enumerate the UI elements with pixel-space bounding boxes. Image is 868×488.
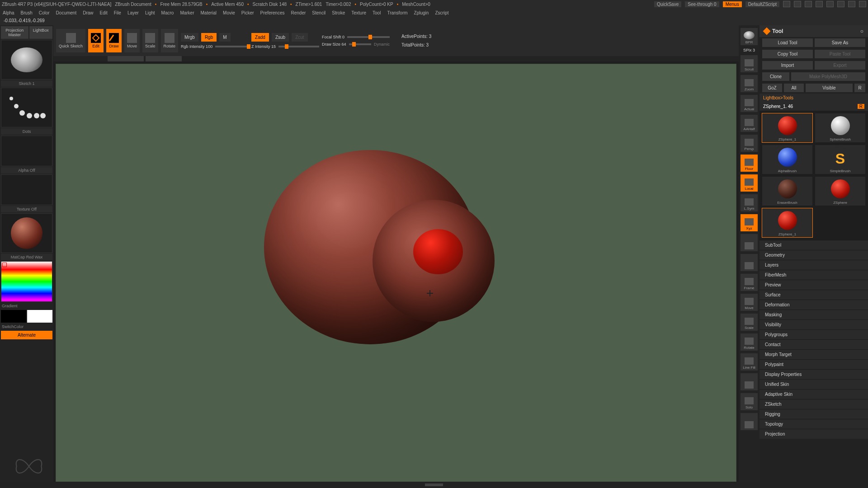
menu-stencil[interactable]: Stencil	[312, 10, 326, 15]
bpr-button[interactable]: BPR	[741, 28, 758, 45]
section-rigging[interactable]: Rigging	[760, 409, 868, 419]
section-display-properties[interactable]: Display Properties	[760, 369, 868, 379]
doc-tab[interactable]	[146, 56, 182, 61]
menu-marker[interactable]: Marker	[180, 10, 194, 15]
import-button[interactable]: Import	[762, 61, 813, 70]
view-aahalf-button[interactable]: AAHalf	[741, 115, 758, 132]
section-masking[interactable]: Masking	[760, 310, 868, 319]
alpha-thumb[interactable]	[1, 136, 52, 166]
section-contact[interactable]: Contact	[760, 339, 868, 349]
sketch-thumb[interactable]	[1, 40, 52, 80]
menu-draw[interactable]: Draw	[83, 10, 93, 15]
zadd-toggle[interactable]: Zadd	[251, 33, 269, 42]
goz-r-button[interactable]: R	[854, 84, 865, 92]
view-persp-button[interactable]: Persp	[741, 135, 758, 152]
lightbox-button[interactable]: LightBox	[29, 26, 52, 39]
menu-macro[interactable]: Macro	[161, 10, 174, 15]
section-visibility[interactable]: Visibility	[760, 319, 868, 329]
view-xyz-button[interactable]: Xyz	[741, 214, 758, 231]
z-intensity-slider[interactable]	[278, 46, 319, 47]
mrgb-toggle[interactable]: Mrgb	[181, 33, 198, 42]
section-polypaint[interactable]: Polypaint	[760, 359, 868, 369]
draw-mode-button[interactable]: Draw	[106, 29, 122, 52]
tool-thumb-alphabrush[interactable]: AlphaBrush	[762, 145, 812, 174]
alternate-button[interactable]: Alternate	[1, 331, 52, 339]
spix-readout[interactable]: SPix 3	[743, 48, 755, 52]
zsub-toggle[interactable]: Zsub	[272, 33, 289, 42]
menu-light[interactable]: Light	[145, 10, 155, 15]
color-picker[interactable]	[1, 261, 52, 302]
menu-stroke[interactable]: Stroke	[332, 10, 345, 15]
menu-picker[interactable]: Picker	[241, 10, 254, 15]
menu-brush[interactable]: Brush	[21, 10, 33, 15]
zsphere-tip[interactable]	[413, 229, 463, 274]
section-unified-skin[interactable]: Unified Skin	[760, 379, 868, 389]
move-mode-button[interactable]: Move	[124, 29, 140, 52]
view-blank-button[interactable]	[741, 254, 758, 271]
quick-sketch-button[interactable]: Quick Sketch	[56, 29, 85, 52]
focal-shift-slider[interactable]	[347, 36, 390, 38]
window-icon[interactable]	[783, 1, 790, 7]
tool-panel-header[interactable]: Tool ○	[760, 25, 868, 37]
default-zscript[interactable]: DefaultZScript	[745, 1, 779, 7]
seethrough-slider[interactable]: See-through 0	[685, 1, 719, 7]
texture-thumb[interactable]	[1, 174, 52, 205]
view-floor-button[interactable]: Floor	[741, 155, 758, 172]
section-zsketch[interactable]: ZSketch	[760, 399, 868, 409]
window-icon[interactable]	[805, 1, 812, 7]
section-surface[interactable]: Surface	[760, 290, 868, 300]
clone-button[interactable]: Clone	[762, 72, 789, 81]
dynamic-toggle[interactable]: Dynamic	[374, 42, 390, 47]
material-thumb[interactable]	[1, 213, 52, 253]
menu-document[interactable]: Document	[56, 10, 77, 15]
secondary-color-swatch[interactable]	[1, 310, 26, 323]
make-polymesh-button[interactable]: Make PolyMesh3D	[791, 72, 865, 81]
view-frame-button[interactable]: Frame	[741, 274, 758, 291]
maximize-icon[interactable]	[848, 1, 855, 7]
menu-tool[interactable]: Tool	[373, 10, 381, 15]
view-scroll-button[interactable]: Scroll	[741, 55, 758, 72]
menu-preferences[interactable]: Preferences	[260, 10, 285, 15]
viewport[interactable]	[56, 64, 736, 485]
tool-thumb-zsphere_1[interactable]: ZSphere_1	[762, 113, 812, 142]
view-scale-button[interactable]: Scale	[741, 314, 758, 331]
menu-zscript[interactable]: Zscript	[435, 10, 448, 15]
rgb-toggle[interactable]: Rgb	[201, 33, 217, 42]
tool-thumb-zsphere[interactable]: ZSphere	[815, 177, 865, 206]
m-toggle[interactable]: M	[219, 33, 230, 42]
panel-close-icon[interactable]: ○	[860, 28, 863, 34]
goz-all-button[interactable]: All	[784, 84, 804, 92]
goz-button[interactable]: GoZ	[762, 84, 782, 92]
quicksave-button[interactable]: QuickSave	[654, 1, 681, 7]
view-zoom-button[interactable]: Zoom	[741, 75, 758, 92]
minimize-icon[interactable]	[837, 1, 844, 7]
tool-thumb-spherebrush[interactable]: SphereBrush	[815, 113, 865, 142]
menu-material[interactable]: Material	[201, 10, 217, 15]
paste-tool-button[interactable]: Paste Tool	[815, 50, 865, 58]
zcut-toggle[interactable]: Zcut	[292, 33, 307, 42]
close-icon[interactable]	[859, 1, 866, 7]
view-blank-button[interactable]	[741, 234, 758, 251]
section-deformation[interactable]: Deformation	[760, 300, 868, 310]
projection-master-button[interactable]: Projection Master	[1, 26, 28, 39]
active-tool-label[interactable]: ZSphere_1. 46R	[760, 102, 868, 111]
menu-alpha[interactable]: Alpha	[3, 10, 14, 15]
menu-edit[interactable]: Edit	[100, 10, 108, 15]
view-rotate-button[interactable]: Rotate	[741, 333, 758, 351]
view-solo-button[interactable]: Solo	[741, 393, 758, 410]
window-icon[interactable]	[816, 1, 823, 7]
section-layers[interactable]: Layers	[760, 260, 868, 270]
primary-color-swatch[interactable]	[27, 310, 52, 323]
lightbox-tools-button[interactable]: Lightbox>Tools	[760, 94, 868, 102]
menu-color[interactable]: Color	[39, 10, 50, 15]
section-morph-target[interactable]: Morph Target	[760, 349, 868, 359]
menu-transform[interactable]: Transform	[387, 10, 407, 15]
pin-icon[interactable]	[763, 28, 771, 35]
tool-thumb-eraserbrush[interactable]: EraserBrush	[762, 177, 812, 206]
section-subtool[interactable]: SubTool	[760, 240, 868, 250]
section-preview[interactable]: Preview	[760, 280, 868, 290]
window-icon[interactable]	[794, 1, 801, 7]
doc-tab[interactable]	[108, 56, 144, 61]
section-fibermesh[interactable]: FiberMesh	[760, 270, 868, 280]
section-polygroups[interactable]: Polygroups	[760, 329, 868, 339]
